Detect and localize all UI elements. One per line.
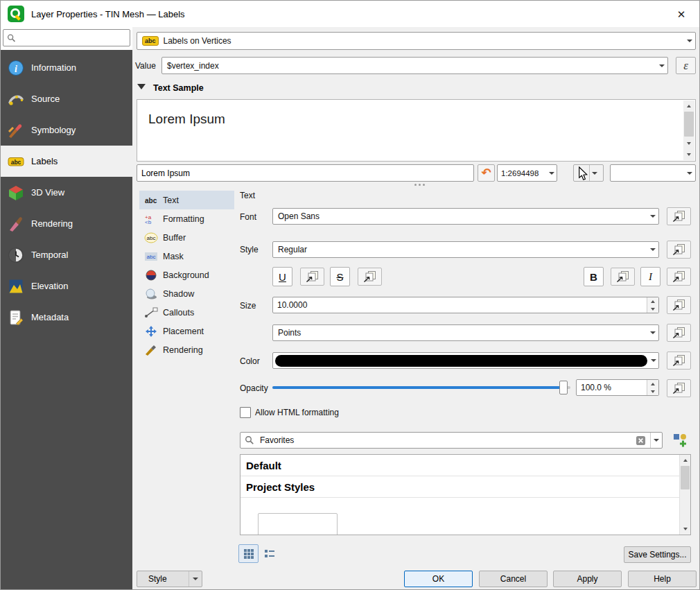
font-select[interactable]: Open Sans: [272, 208, 659, 225]
dropdown-arrow-icon[interactable]: [650, 433, 662, 448]
dropdown-arrow-icon[interactable]: [589, 165, 599, 181]
tab-placement[interactable]: Placement: [139, 322, 234, 340]
grid-view-icon: [243, 548, 254, 559]
sample-text-input[interactable]: [137, 164, 474, 182]
clear-filter-icon[interactable]: [636, 435, 646, 446]
style-group-default[interactable]: Default: [240, 455, 690, 476]
sample-background-select[interactable]: [610, 164, 696, 182]
style-menu-label: Style: [148, 574, 167, 584]
allow-html-checkbox[interactable]: [240, 407, 251, 418]
scroll-down-button[interactable]: [683, 138, 694, 149]
sidebar-item-rendering[interactable]: Rendering: [1, 208, 132, 239]
sidebar-search[interactable]: [3, 29, 130, 46]
rendering-tab-icon: [144, 345, 158, 356]
dropdown-arrow-icon[interactable]: [189, 571, 202, 587]
sample-scale-select[interactable]: 1:2694498: [497, 164, 557, 182]
size-input[interactable]: 10.0000: [272, 297, 659, 313]
labels-badge-icon: abc: [142, 36, 159, 46]
italic-label: I: [649, 271, 652, 283]
expression-builder-button[interactable]: ε: [676, 57, 696, 74]
help-button[interactable]: Help: [628, 571, 697, 587]
titlebar: Layer Properties - TIN Mesh — Labels: [1, 1, 699, 27]
style-list[interactable]: Default Project Styles: [240, 454, 691, 535]
style-list-scrollbar[interactable]: [679, 455, 690, 535]
strikethrough-button[interactable]: S: [330, 267, 350, 286]
size-unit-select[interactable]: Points: [272, 324, 659, 341]
sidebar-search-input[interactable]: [19, 33, 130, 44]
sidebar-item-symbology[interactable]: Symbology: [1, 114, 132, 146]
tab-buffer[interactable]: abc Buffer: [139, 228, 234, 247]
opacity-slider[interactable]: [272, 381, 570, 394]
sidebar-item-labels[interactable]: abc Labels: [1, 146, 132, 177]
opacity-slider-handle[interactable]: [559, 381, 568, 394]
color-override-button[interactable]: [667, 352, 691, 370]
mask-tab-icon: abc: [144, 251, 158, 262]
size-override-button[interactable]: [667, 296, 691, 314]
spinner-buttons[interactable]: [647, 380, 658, 395]
tab-mask[interactable]: abc Mask: [139, 247, 234, 266]
list-view-button[interactable]: [259, 544, 279, 563]
collapse-triangle-icon[interactable]: [137, 84, 146, 89]
tab-rendering[interactable]: Rendering: [139, 340, 234, 359]
sidebar-item-3d-view[interactable]: 3D View: [1, 177, 132, 208]
unit-override-button[interactable]: [667, 324, 691, 342]
value-expression-text: $vertex_index: [167, 61, 219, 71]
svg-text:abc: abc: [147, 235, 156, 241]
sidebar-item-metadata[interactable]: Metadata: [1, 302, 132, 333]
epsilon-icon: ε: [683, 59, 688, 73]
color-label: Color: [240, 356, 260, 366]
data-defined-override-icon: [672, 210, 686, 223]
sidebar-item-source[interactable]: Source: [1, 83, 132, 114]
style-group-project-styles[interactable]: Project Styles: [240, 476, 690, 498]
style-manager-button[interactable]: [669, 431, 691, 449]
sidebar-item-label: Elevation: [31, 281, 68, 291]
apply-button[interactable]: Apply: [553, 571, 622, 587]
sidebar-item-elevation[interactable]: Elevation: [1, 270, 132, 302]
close-button[interactable]: ✕: [673, 6, 690, 23]
sidebar-item-temporal[interactable]: Temporal: [1, 239, 132, 270]
text-tab-icon: abc: [144, 195, 158, 206]
value-expression-select[interactable]: $vertex_index: [161, 57, 668, 74]
underline-override-button[interactable]: [300, 268, 324, 286]
tab-text[interactable]: abc Text: [139, 191, 234, 209]
metadata-icon: [8, 309, 24, 326]
font-override-button[interactable]: [667, 207, 691, 225]
scroll-down-button[interactable]: [680, 523, 690, 535]
scroll-up-button[interactable]: [683, 101, 694, 112]
reset-sample-button[interactable]: ↶: [478, 164, 495, 182]
tab-shadow[interactable]: Shadow: [139, 284, 234, 303]
underline-button[interactable]: U: [272, 267, 292, 286]
label-mode-select[interactable]: abc Labels on Vertices: [137, 32, 696, 50]
style-preview-item[interactable]: [258, 513, 338, 535]
font-style-select[interactable]: Regular: [272, 241, 659, 258]
ok-button[interactable]: OK: [404, 571, 473, 587]
opacity-override-button[interactable]: [667, 379, 691, 397]
scroll-thumb[interactable]: [681, 466, 690, 489]
dropdown-arrow-icon[interactable]: [649, 353, 658, 368]
tab-formatting[interactable]: +a <b Formatting: [139, 209, 234, 228]
cancel-label: Cancel: [500, 574, 526, 584]
save-settings-button[interactable]: Save Settings...: [624, 546, 691, 563]
bold-button[interactable]: B: [584, 267, 604, 286]
color-picker[interactable]: [272, 352, 659, 369]
sample-scrollbar[interactable]: [683, 101, 694, 160]
cancel-button[interactable]: Cancel: [479, 571, 548, 587]
italic-button[interactable]: I: [640, 267, 660, 286]
scroll-up-button[interactable]: [680, 455, 690, 466]
style-menu-button[interactable]: Style: [137, 571, 202, 587]
tab-callouts[interactable]: Callouts: [139, 303, 234, 322]
italic-override-button[interactable]: [667, 268, 691, 286]
scroll-thumb[interactable]: [684, 112, 694, 137]
strikethrough-override-button[interactable]: [358, 268, 382, 286]
style-filter-box[interactable]: Favorites: [240, 432, 663, 449]
search-icon: [7, 33, 16, 43]
splitter-handle[interactable]: [411, 182, 428, 186]
bold-override-button[interactable]: [611, 268, 635, 286]
tab-background[interactable]: Background: [139, 266, 234, 284]
icon-view-button[interactable]: [238, 544, 259, 563]
scroll-down-button-2[interactable]: [683, 149, 694, 160]
sidebar-item-information[interactable]: i Information: [1, 52, 132, 83]
spinner-buttons[interactable]: [647, 297, 658, 313]
style-override-button[interactable]: [667, 241, 691, 259]
opacity-input[interactable]: 100.0 %: [576, 379, 659, 396]
